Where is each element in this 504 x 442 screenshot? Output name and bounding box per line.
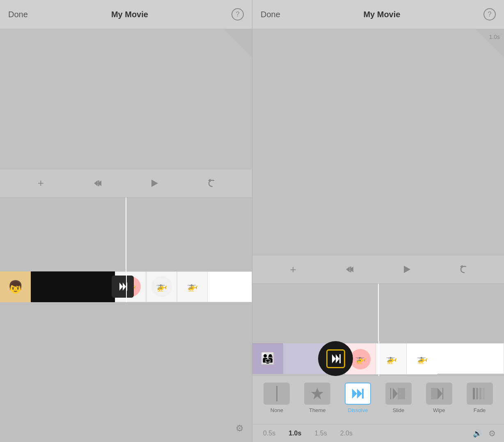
transition-slide-icon xyxy=(385,383,412,405)
left-transition-button[interactable] xyxy=(112,276,134,298)
svg-marker-13 xyxy=(332,354,336,363)
right-undo-icon xyxy=(458,265,468,274)
transition-none-label: None xyxy=(270,407,283,413)
right-cartoon-thumbnail: 👨‍👩‍👧 xyxy=(252,343,283,374)
right-settings-button[interactable]: ⚙ xyxy=(488,428,496,438)
left-transport-bar: + xyxy=(0,169,252,198)
duration-option-0.5s[interactable]: 0.5s xyxy=(261,428,278,439)
transition-wipe-label: Wipe xyxy=(433,407,445,413)
left-track-playhead xyxy=(126,271,127,302)
svg-rect-20 xyxy=(362,389,364,399)
right-volume-button[interactable]: 🔊 xyxy=(473,429,482,438)
svg-marker-14 xyxy=(336,354,339,363)
svg-rect-24 xyxy=(431,388,438,399)
duration-option-1.5s[interactable]: 1.5s xyxy=(312,428,329,439)
transition-theme-label: Theme xyxy=(309,407,325,413)
right-transition-icon xyxy=(330,353,341,364)
left-panel: Done My Movie ? + xyxy=(0,0,252,442)
transition-option-none[interactable]: None xyxy=(263,383,290,413)
right-playhead-line xyxy=(378,284,379,341)
transition-none-icon xyxy=(263,383,290,405)
left-play-icon xyxy=(150,179,159,188)
right-transition-icon-box xyxy=(326,349,345,368)
svg-marker-0 xyxy=(94,180,98,186)
right-play-icon xyxy=(402,265,411,274)
right-duration-bar: 0.5s 1.0s 1.5s 2.0s 🔊 ⚙ xyxy=(252,424,504,442)
left-undo-icon xyxy=(206,179,216,188)
right-preview-corner-decoration xyxy=(475,29,504,57)
duration-option-1.0s[interactable]: 1.0s xyxy=(286,428,304,439)
right-play-button[interactable] xyxy=(399,261,415,278)
right-cartoon-clip[interactable]: 👨‍👩‍👧 xyxy=(252,343,326,374)
left-undo-button[interactable] xyxy=(203,175,220,191)
transition-theme-icon xyxy=(304,383,330,405)
left-spaceship-thumb-3: 🚁 xyxy=(177,271,208,302)
right-spaceship-thumb-3: 🚁 xyxy=(407,344,438,374)
svg-rect-30 xyxy=(483,388,485,399)
svg-marker-5 xyxy=(119,283,123,291)
duration-option-2.0s[interactable]: 2.0s xyxy=(338,428,355,439)
svg-rect-15 xyxy=(339,354,341,363)
left-title: My Movie xyxy=(111,10,148,19)
transition-wipe-icon xyxy=(426,383,452,405)
transition-option-slide[interactable]: Slide xyxy=(385,383,412,413)
right-panel: Done My Movie ? 1.0s + xyxy=(252,0,504,442)
svg-marker-19 xyxy=(357,389,362,399)
right-transition-options: None Theme xyxy=(257,383,500,413)
left-help-button[interactable]: ? xyxy=(231,8,244,21)
transition-option-wipe[interactable]: Wipe xyxy=(426,383,452,413)
left-rewind-icon xyxy=(93,179,102,188)
left-spaceship-thumb-2: 🚁 xyxy=(146,271,177,302)
right-playhead-area xyxy=(252,284,504,341)
left-add-button[interactable]: + xyxy=(32,175,49,191)
right-rewind-button[interactable] xyxy=(341,261,358,278)
svg-rect-23 xyxy=(398,388,405,399)
transition-slide-label: Slide xyxy=(392,407,404,413)
right-preview-area: 1.0s xyxy=(252,29,504,255)
left-track-content: 👦 🚁 🚁 🚁 xyxy=(0,271,252,302)
right-add-button[interactable]: + xyxy=(285,261,301,278)
right-transport-bar: + xyxy=(252,255,504,284)
left-settings-button[interactable]: ⚙ xyxy=(236,423,244,434)
svg-marker-11 xyxy=(404,266,410,273)
left-done-button[interactable]: Done xyxy=(8,10,28,19)
right-help-button[interactable]: ? xyxy=(483,8,496,21)
right-rewind-icon xyxy=(345,265,354,274)
left-playhead-line xyxy=(126,198,126,271)
right-timestamp: 1.0s xyxy=(489,34,500,40)
transition-dissolve-icon xyxy=(345,383,371,405)
svg-marker-22 xyxy=(393,388,398,399)
svg-marker-3 xyxy=(151,180,158,187)
svg-marker-17 xyxy=(311,388,323,399)
svg-marker-6 xyxy=(123,283,126,291)
left-preview-area xyxy=(0,29,252,169)
transition-fade-icon xyxy=(467,383,493,405)
left-rewind-button[interactable] xyxy=(89,175,106,191)
transition-option-fade[interactable]: Fade xyxy=(467,383,493,413)
svg-rect-29 xyxy=(479,388,481,399)
right-transition-button[interactable] xyxy=(318,341,353,376)
svg-rect-27 xyxy=(473,388,475,399)
right-track-playhead xyxy=(378,341,379,376)
left-cartoon-thumbnail: 👦 xyxy=(0,271,31,302)
left-bottom-area: ⚙ xyxy=(0,302,252,442)
right-title: My Movie xyxy=(363,10,400,19)
right-undo-button[interactable] xyxy=(455,261,472,278)
left-timeline-area: 👦 🚁 🚁 🚁 xyxy=(0,271,252,302)
right-done-button[interactable]: Done xyxy=(261,10,280,19)
right-spaceship-clip[interactable]: 🚁 🚁 🚁 xyxy=(345,343,504,374)
right-spaceship-thumb-2: 🚁 xyxy=(376,344,407,374)
svg-marker-25 xyxy=(438,388,442,399)
left-preview-corner-decoration xyxy=(223,29,252,57)
svg-marker-18 xyxy=(352,389,357,399)
svg-marker-8 xyxy=(346,267,350,272)
transition-option-dissolve[interactable]: Dissolve xyxy=(345,383,371,413)
transition-dissolve-label: Dissolve xyxy=(348,407,368,413)
left-play-button[interactable] xyxy=(146,175,163,191)
right-track-content: 👨‍👩‍👧 🚁 🚁 🚁 xyxy=(252,341,504,376)
svg-rect-28 xyxy=(476,388,478,399)
left-header: Done My Movie ? xyxy=(0,0,252,29)
left-spaceship-clip[interactable]: 🚁 🚁 🚁 xyxy=(115,271,252,302)
transition-option-theme[interactable]: Theme xyxy=(304,383,330,413)
left-cartoon-clip[interactable]: 👦 xyxy=(0,271,115,302)
